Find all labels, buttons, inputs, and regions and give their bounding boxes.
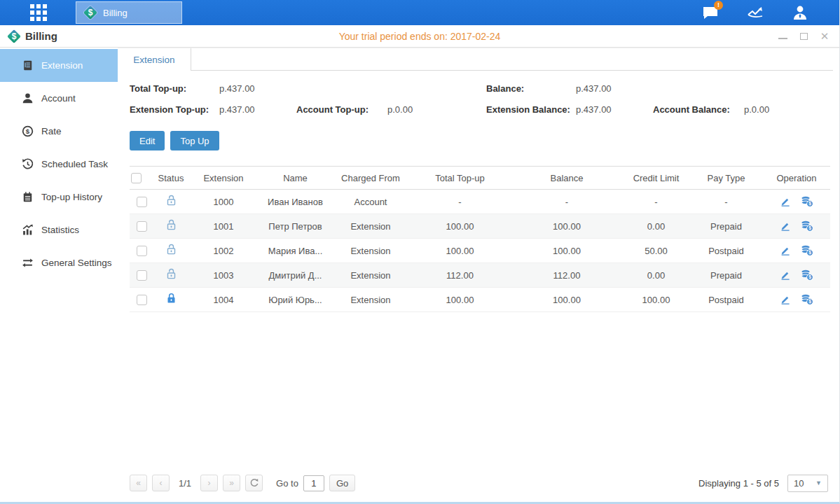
cell-charged-from: Extension <box>332 214 409 239</box>
column-header-name[interactable]: Name <box>259 167 332 190</box>
next-page-button[interactable]: › <box>200 475 218 491</box>
sidebar-item-scheduled-task[interactable]: Scheduled Task <box>0 148 118 181</box>
extension-topup-label: Extension Top-up: <box>130 104 219 115</box>
last-page-button[interactable]: » <box>223 475 240 491</box>
maximize-icon[interactable] <box>799 32 808 41</box>
tab-strip: Extension <box>118 48 839 71</box>
cell-total-topup: 112.00 <box>409 263 511 288</box>
top-up-coins-icon[interactable]: $ <box>801 196 813 207</box>
table-row: 1003Дмитрий Д...Extension112.00112.000.0… <box>130 263 830 288</box>
page-size-select[interactable]: 10 ▼ <box>787 475 828 492</box>
chat-notification-icon[interactable]: ! <box>699 4 722 22</box>
row-checkbox[interactable] <box>137 295 147 305</box>
sidebar-item-statistics[interactable]: Statistics <box>0 214 118 246</box>
edit-pencil-icon[interactable] <box>780 196 791 207</box>
table-header-row: StatusExtensionNameCharged FromTotal Top… <box>130 167 830 190</box>
svg-text:$: $ <box>808 225 811 231</box>
notepad-icon <box>21 191 34 204</box>
go-button[interactable]: Go <box>329 475 355 491</box>
column-header-credit-limit[interactable]: Credit Limit <box>623 167 689 190</box>
edit-button[interactable]: Edit <box>130 131 165 150</box>
toolbar: Edit Top Up <box>130 131 828 150</box>
ledger-icon <box>21 59 34 72</box>
cell-name: Дмитрий Д... <box>259 263 332 288</box>
svg-text:$: $ <box>25 127 29 135</box>
sidebar-item-label: Scheduled Task <box>41 159 108 169</box>
column-header-balance[interactable]: Balance <box>511 167 623 190</box>
goto-label: Go to <box>276 478 298 489</box>
edit-pencil-icon[interactable] <box>780 220 791 232</box>
edit-pencil-icon[interactable] <box>780 245 791 256</box>
row-checkbox[interactable] <box>137 270 147 281</box>
column-header-status[interactable]: Status <box>153 167 188 190</box>
total-topup-label: Total Top-up: <box>130 83 219 94</box>
svg-text:$: $ <box>808 250 811 255</box>
column-header-operation[interactable]: Operation <box>763 167 830 190</box>
cell-total-topup: 100.00 <box>409 239 511 263</box>
sidebar-item-rate[interactable]: $ Rate <box>0 115 118 148</box>
top-up-coins-icon[interactable]: $ <box>801 245 813 256</box>
cell-balance: 100.00 <box>511 239 623 263</box>
content-spacer <box>130 312 828 470</box>
balance-value: p.437.00 <box>576 83 653 94</box>
app-grid-icon[interactable] <box>14 0 63 25</box>
table-row: 1002Мария Ива...Extension100.00100.0050.… <box>130 239 830 263</box>
page-size-value: 10 <box>794 478 804 489</box>
user-icon[interactable] <box>789 4 811 22</box>
column-header-charged-from[interactable]: Charged From <box>332 167 409 190</box>
account-topup-label: Account Top-up: <box>296 104 387 115</box>
goto-page-input[interactable] <box>303 475 324 491</box>
sidebar-item-label: Top-up History <box>41 192 102 202</box>
refresh-icon[interactable] <box>245 475 263 491</box>
first-page-button[interactable]: « <box>130 475 147 491</box>
sidebar-item-extension[interactable]: Extension <box>0 49 118 82</box>
topbar-tab-label: Billing <box>103 8 128 18</box>
sidebar-item-account[interactable]: Account <box>0 82 118 115</box>
cell-credit-limit: 0.00 <box>623 214 689 239</box>
cell-credit-limit: 100.00 <box>623 288 689 312</box>
row-checkbox[interactable] <box>137 246 147 256</box>
cell-charged-from: Extension <box>332 263 409 288</box>
total-topup-value: p.437.00 <box>219 83 296 94</box>
column-header-pay-type[interactable]: Pay Type <box>689 167 763 190</box>
column-header-total-top-up[interactable]: Total Top-up <box>409 167 511 190</box>
window-title-text: Billing <box>25 30 57 42</box>
sidebar-item-label: General Settings <box>41 258 112 268</box>
line-chart-icon[interactable] <box>744 4 766 22</box>
account-balance-label: Account Balance: <box>653 104 744 115</box>
topbar-tab-billing[interactable]: $ Billing <box>76 1 182 24</box>
unlocked-icon <box>166 195 177 206</box>
cell-total-topup: 100.00 <box>409 288 511 312</box>
row-checkbox[interactable] <box>137 221 147 232</box>
dollar-diamond-icon: $ <box>83 6 97 20</box>
cell-balance: - <box>511 190 623 214</box>
extension-table: StatusExtensionNameCharged FromTotal Top… <box>130 166 830 312</box>
edit-pencil-icon[interactable] <box>780 294 791 305</box>
cell-extension: 1003 <box>188 263 259 288</box>
cell-pay-type: Prepaid <box>689 263 763 288</box>
cell-credit-limit: 50.00 <box>623 239 689 263</box>
top-up-coins-icon[interactable]: $ <box>801 270 813 281</box>
cell-extension: 1002 <box>188 239 259 263</box>
column-header-extension[interactable]: Extension <box>188 167 259 190</box>
row-checkbox[interactable] <box>137 197 147 207</box>
sidebar-item-topup-history[interactable]: Top-up History <box>0 181 118 214</box>
top-up-coins-icon[interactable]: $ <box>801 294 813 305</box>
minimize-icon[interactable] <box>778 32 787 41</box>
select-all-checkbox[interactable] <box>131 173 142 183</box>
cell-pay-type: - <box>689 190 763 214</box>
cell-credit-limit: 0.00 <box>623 263 689 288</box>
prev-page-button[interactable]: ‹ <box>152 475 170 491</box>
tab-extension[interactable]: Extension <box>118 48 191 71</box>
svg-text:$: $ <box>808 299 811 304</box>
top-up-button[interactable]: Top Up <box>170 131 219 150</box>
edit-pencil-icon[interactable] <box>780 270 791 281</box>
summary-panel: Total Top-up: p.437.00 Extension Top-up:… <box>130 83 828 115</box>
top-up-coins-icon[interactable]: $ <box>801 220 813 232</box>
table-row: 1000Иван ИвановAccount----$ <box>130 190 830 214</box>
cell-total-topup: 100.00 <box>409 214 511 239</box>
unlocked-icon <box>166 268 177 280</box>
transfer-arrows-icon <box>21 257 34 270</box>
sidebar-item-general-settings[interactable]: General Settings <box>0 246 118 279</box>
close-icon[interactable]: ✕ <box>820 32 829 41</box>
